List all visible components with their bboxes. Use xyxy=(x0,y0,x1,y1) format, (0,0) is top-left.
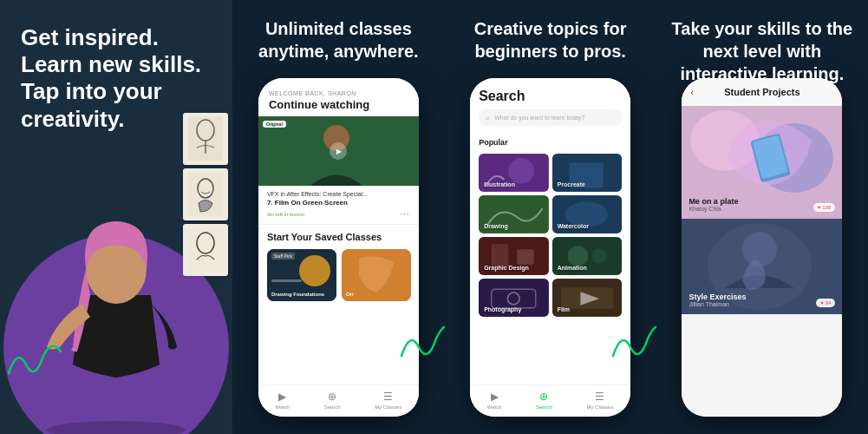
panel-1-art xyxy=(0,104,232,434)
phone-4-card1-author: Khaisy Chia xyxy=(689,206,738,212)
phone-2-search-icon: ⊕ xyxy=(328,391,336,403)
phone-3-search-label: Search xyxy=(536,404,552,410)
phone-3-category-procreate[interactable]: Procreate xyxy=(552,154,623,192)
phone-2-saved-scroll[interactable]: Staff Pick Drawing Foundations Ori xyxy=(258,246,419,308)
phone-2-myclasses-label: My Classes xyxy=(375,404,401,410)
phone-3-myclasses-icon: ☰ xyxy=(595,391,604,403)
phone-3-myclasses-label: My Classes xyxy=(586,404,613,410)
phone-2-watch-icon: ▶ xyxy=(278,391,286,403)
phone-3-label-illustration: Illustration xyxy=(484,181,515,187)
phone-2-nav-myclasses[interactable]: ☰ My Classes xyxy=(375,391,401,410)
phone-2-play-overlay: ▶ xyxy=(330,142,347,160)
phone-2-saved-header: Start Your Saved Classes xyxy=(258,225,419,246)
phone-3-category-drawing[interactable]: Drawing xyxy=(479,195,549,233)
panel-3-squiggle xyxy=(609,312,656,365)
phone-4-card2-info: Style Exercises Jillian Thalman xyxy=(689,293,746,307)
phone-3-search-header: Search ⌕ What do you want to learn today… xyxy=(470,78,630,133)
sketch-item-1 xyxy=(183,113,228,165)
panel-2: Unlimited classes anytime, anywhere. WEL… xyxy=(232,0,444,434)
phone-3-label-watercolor: Watercolor xyxy=(558,223,589,229)
panel-2-squiggle xyxy=(397,312,445,365)
phone-3-popular-label: Popular xyxy=(470,133,630,150)
phone-2-inner: WELCOME BACK, SHARON Continue watching O xyxy=(258,78,419,417)
phone-2-myclasses-icon: ☰ xyxy=(383,391,393,403)
panel-2-content: WELCOME BACK, SHARON Continue watching O xyxy=(258,10,419,424)
phone-4-card1-info: Me on a plate Khaisy Chia xyxy=(689,197,738,212)
svg-point-7 xyxy=(47,421,186,434)
phone-2-lesson-title: VFX in After Effects: Create Special... xyxy=(267,191,410,197)
phone-3-label-animation: Animation xyxy=(558,265,587,271)
phone-4-card-small[interactable]: Style Exercises Jillian Thalman ♥ 94 xyxy=(682,219,842,314)
phone-4-card1-name: Me on a plate xyxy=(689,197,738,206)
phone-2-nav-watch[interactable]: ▶ Watch xyxy=(276,391,290,410)
phone-2-card1-label: Drawing Foundations xyxy=(271,292,324,298)
phone-2-card1-badge: Staff Pick xyxy=(271,253,295,260)
phone-2-nav: ▶ Watch ⊕ Search ☰ My Classes xyxy=(258,385,419,417)
phone-2-header: WELCOME BACK, SHARON Continue watching xyxy=(258,78,419,116)
phone-3-nav: ▶ Watch ⊕ Search ☰ My Classes xyxy=(470,385,630,417)
phone-3-category-illustration[interactable]: Illustration xyxy=(479,154,549,192)
phone-2-lesson-meta: 3m left in lesson ··· xyxy=(267,209,410,219)
phone-4-back[interactable]: ‹ xyxy=(690,88,693,97)
phone-3-watch-label: Watch xyxy=(487,404,502,410)
phone-4-heart-icon-2: ♥ xyxy=(820,300,824,306)
phone-4-card2-author: Jillian Thalman xyxy=(689,301,746,307)
phone-3-label-graphic-design: Graphic Design xyxy=(484,265,529,271)
svg-point-17 xyxy=(508,158,533,183)
phone-3-categories-grid: Illustration Procreate Drawing Watercolo… xyxy=(470,150,630,320)
svg-point-27 xyxy=(567,246,588,266)
panel-3-content: Search ⌕ What do you want to learn today… xyxy=(470,10,630,424)
green-squiggle xyxy=(4,339,65,382)
panel-4: Take your skills to the next level with … xyxy=(656,0,868,434)
panel-3: Creative topics for beginners to pros. S… xyxy=(445,0,656,434)
phone-3-search-box[interactable]: ⌕ What do you want to learn today? xyxy=(479,109,622,126)
svg-point-28 xyxy=(591,248,607,264)
phone-3-search-icon-nav: ⊕ xyxy=(539,391,548,403)
phone-2-welcome: WELCOME BACK, SHARON xyxy=(269,90,408,96)
phone-2-lesson-time: 3m left in lesson xyxy=(267,212,304,217)
phone-3-watch-icon: ▶ xyxy=(491,391,499,403)
phone-3-nav-watch[interactable]: ▶ Watch xyxy=(487,391,502,410)
phone-3-search-placeholder: What do you want to learn today? xyxy=(494,115,584,121)
phone-3-category-photography[interactable]: Photography xyxy=(479,279,549,317)
phone-3-inner: Search ⌕ What do you want to learn today… xyxy=(470,78,630,417)
phone-2-video-thumb[interactable]: Original ▶ xyxy=(258,116,419,186)
phone-4-card1-likes: ♥ 199 xyxy=(813,203,836,212)
svg-rect-25 xyxy=(517,249,534,265)
phone-3-nav-myclasses[interactable]: ☰ My Classes xyxy=(586,391,613,410)
phone-3-search-title: Search xyxy=(479,89,622,104)
panel-4-headline: Take your skills to the next level with … xyxy=(669,17,855,85)
phone-3-category-film[interactable]: Film xyxy=(552,279,623,317)
phone-3-mockup: Search ⌕ What do you want to learn today… xyxy=(470,78,630,417)
phone-3-category-watercolor[interactable]: Watercolor xyxy=(552,195,623,233)
phone-4-heart-icon-1: ♥ xyxy=(818,205,821,210)
panel-1: Get inspired. Learn new skills. Tap into… xyxy=(0,0,232,434)
panel-2-headline: Unlimited classes anytime, anywhere. xyxy=(245,17,431,62)
phone-2-lesson-subtitle: 7. Film On Green Screen xyxy=(267,199,410,207)
phone-2-card-2[interactable]: Ori xyxy=(342,249,411,301)
phone-3-label-film: Film xyxy=(558,306,570,312)
phone-2-card-1[interactable]: Staff Pick Drawing Foundations xyxy=(267,249,336,301)
phone-3-nav-search[interactable]: ⊕ Search xyxy=(536,391,552,410)
svg-rect-0 xyxy=(188,117,223,161)
phone-2-search-label: Search xyxy=(324,404,341,410)
phone-3-category-graphic-design[interactable]: Graphic Design xyxy=(479,237,549,275)
phone-3-label-photography: Photography xyxy=(484,306,521,312)
svg-point-42 xyxy=(742,232,777,266)
phone-4-card2-likes: ♥ 94 xyxy=(816,299,835,307)
phone-2-watch-label: Watch xyxy=(276,404,290,410)
phone-4-card2-name: Style Exercises xyxy=(689,293,746,301)
phone-4-card-big[interactable]: Me on a plate Khaisy Chia ♥ 199 xyxy=(682,106,842,219)
panel-3-headline: Creative topics for beginners to pros. xyxy=(458,17,643,62)
phone-3-search-icon: ⌕ xyxy=(486,114,490,122)
phone-4-mockup: ‹ Student Projects Me xyxy=(682,78,842,417)
phone-4-title: Student Projects xyxy=(724,87,799,97)
phone-2-lesson-info: VFX in After Effects: Create Special... … xyxy=(258,186,419,225)
phone-4-like-count-1: 199 xyxy=(822,205,831,210)
phone-3-category-animation[interactable]: Animation xyxy=(552,237,623,275)
phone-3-label-procreate: Procreate xyxy=(558,181,585,187)
phone-2-dots: ··· xyxy=(401,209,410,219)
phone-4-inner: ‹ Student Projects Me xyxy=(682,78,842,417)
phone-4-like-count-2: 94 xyxy=(826,300,832,306)
phone-2-nav-search[interactable]: ⊕ Search xyxy=(324,391,341,410)
